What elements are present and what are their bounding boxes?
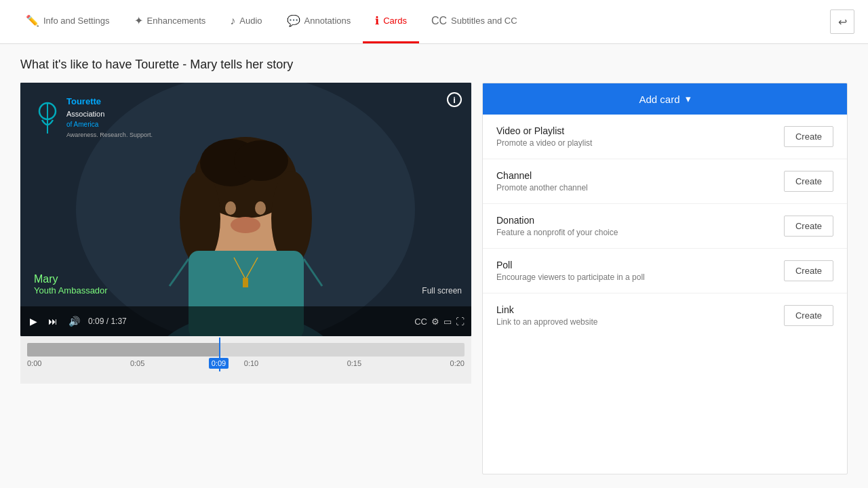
timeline-fill bbox=[27, 343, 220, 357]
volume-button[interactable]: 🔊 bbox=[66, 314, 83, 328]
card-option-desc-link: Link to an approved website bbox=[496, 317, 597, 327]
card-option-title-poll: Poll bbox=[496, 260, 645, 270]
tourette-org-text: Tourette Association of America Awarenes… bbox=[66, 95, 153, 140]
tourette-logo-icon bbox=[34, 101, 61, 134]
video-container: Tourette Association of America Awarenes… bbox=[20, 83, 471, 336]
fullscreen-button[interactable]: ⛶ bbox=[456, 317, 465, 327]
tab-cards[interactable]: ℹ Cards bbox=[363, 0, 419, 43]
card-option-title-channel: Channel bbox=[496, 170, 588, 181]
create-channel-button[interactable]: Create bbox=[784, 171, 833, 192]
video-title: What it's like to have Tourette - Mary t… bbox=[20, 58, 848, 72]
card-option-title-video-playlist: Video or Playlist bbox=[496, 125, 592, 136]
main-content: What it's like to have Tourette - Mary t… bbox=[0, 44, 868, 488]
card-options-panel: Add card ▾ Video or Playlist Promote a v… bbox=[482, 83, 848, 474]
tab-subtitles[interactable]: CC Subtitles and CC bbox=[419, 0, 530, 43]
svg-point-10 bbox=[234, 140, 288, 181]
tab-audio[interactable]: ♪ Audio bbox=[218, 0, 274, 43]
controls-right: CC ⚙ ▭ ⛶ bbox=[414, 317, 465, 327]
info-circle-icon: ℹ bbox=[375, 14, 379, 27]
card-option-info-donation: Donation Feature a nonprofit of your cho… bbox=[496, 215, 618, 237]
svg-rect-17 bbox=[243, 278, 248, 287]
cc-icon: CC bbox=[431, 15, 447, 27]
play-button[interactable]: ▶ bbox=[27, 314, 40, 328]
time-display: 0:09 / 1:37 bbox=[88, 317, 127, 326]
tab-annotations[interactable]: 💬 Annotations bbox=[275, 0, 363, 43]
theater-button[interactable]: ▭ bbox=[443, 317, 452, 327]
timeline-labels: 0:00 0:05 0:10 0:15 0:20 bbox=[20, 357, 471, 367]
settings-button[interactable]: ⚙ bbox=[431, 317, 439, 327]
create-video-playlist-button[interactable]: Create bbox=[784, 126, 833, 147]
tab-info[interactable]: ✏️ Info and Settings bbox=[14, 0, 122, 43]
add-card-dropdown-icon: ▾ bbox=[686, 93, 691, 105]
fullscreen-label: Full screen bbox=[422, 286, 462, 296]
back-button[interactable]: ↩ bbox=[830, 9, 854, 34]
card-option-donation: Donation Feature a nonprofit of your cho… bbox=[483, 204, 847, 249]
card-option-channel: Channel Promote another channel Create bbox=[483, 159, 847, 204]
card-option-info-video-playlist: Video or Playlist Promote a video or pla… bbox=[496, 125, 592, 148]
card-option-desc-poll: Encourage viewers to participate in a po… bbox=[496, 272, 645, 282]
card-option-video-playlist: Video or Playlist Promote a video or pla… bbox=[483, 115, 847, 159]
person-label: Mary Youth Ambassador bbox=[34, 273, 108, 296]
card-option-title-link: Link bbox=[496, 304, 597, 315]
timeline-current-time: 0:09 bbox=[209, 358, 229, 369]
card-option-info-channel: Channel Promote another channel bbox=[496, 170, 588, 192]
create-donation-button[interactable]: Create bbox=[784, 216, 833, 237]
card-option-desc-donation: Feature a nonprofit of your choice bbox=[496, 228, 618, 237]
card-option-desc-video-playlist: Promote a video or playlist bbox=[496, 138, 592, 148]
content-row: Tourette Association of America Awarenes… bbox=[20, 83, 848, 474]
video-panel: Tourette Association of America Awarenes… bbox=[20, 83, 471, 474]
card-option-title-donation: Donation bbox=[496, 215, 618, 226]
create-poll-button[interactable]: Create bbox=[784, 260, 833, 281]
skip-button[interactable]: ⏭ bbox=[45, 314, 60, 328]
tab-enhancements[interactable]: ✦ Enhancements bbox=[122, 0, 218, 43]
card-options-list: Video or Playlist Promote a video or pla… bbox=[483, 115, 847, 474]
music-icon: ♪ bbox=[230, 15, 235, 27]
create-link-button[interactable]: Create bbox=[784, 305, 833, 326]
top-navigation: ✏️ Info and Settings ✦ Enhancements ♪ Au… bbox=[0, 0, 868, 44]
timeline-area[interactable]: 0:09 0:00 0:05 0:10 0:15 0:20 bbox=[20, 336, 471, 384]
video-controls-bar: ▶ ⏭ 🔊 0:09 / 1:37 CC ⚙ ▭ ⛶ bbox=[20, 306, 471, 336]
back-icon: ↩ bbox=[838, 16, 847, 28]
svg-point-11 bbox=[225, 201, 236, 215]
svg-point-13 bbox=[231, 217, 260, 233]
pencil-icon: ✏️ bbox=[26, 14, 39, 27]
video-info-icon[interactable]: i bbox=[447, 92, 462, 107]
card-option-poll: Poll Encourage viewers to participate in… bbox=[483, 249, 847, 293]
card-option-info-link: Link Link to an approved website bbox=[496, 304, 597, 327]
svg-point-12 bbox=[255, 201, 266, 215]
card-option-desc-channel: Promote another channel bbox=[496, 183, 588, 192]
timeline-track[interactable]: 0:09 bbox=[27, 343, 465, 357]
card-option-link: Link Link to an approved website Create bbox=[483, 293, 847, 338]
tourette-branding: Tourette Association of America Awarenes… bbox=[34, 95, 153, 140]
wand-icon: ✦ bbox=[134, 14, 143, 27]
captions-button[interactable]: CC bbox=[414, 317, 427, 327]
card-option-info-poll: Poll Encourage viewers to participate in… bbox=[496, 260, 645, 282]
video-placeholder: Tourette Association of America Awarenes… bbox=[20, 83, 471, 336]
chat-icon: 💬 bbox=[287, 14, 300, 27]
add-card-button[interactable]: Add card ▾ bbox=[483, 83, 847, 115]
